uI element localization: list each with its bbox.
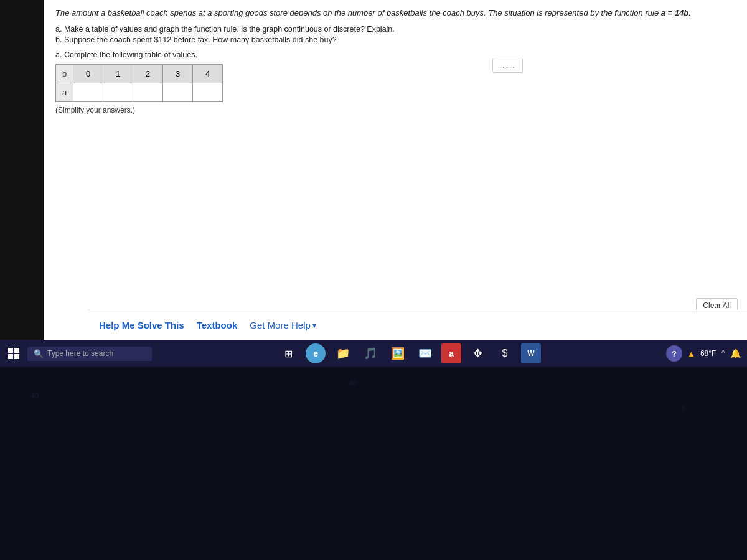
table-header-row: b 0 1 2 3 4 — [56, 65, 223, 83]
input-3[interactable] — [163, 88, 192, 97]
content-area: The amount a basketball coach spends at … — [44, 0, 747, 345]
edge-icon: e — [306, 343, 326, 363]
taskbar-search[interactable]: 🔍 Type here to search — [27, 347, 152, 361]
start-button[interactable] — [0, 340, 27, 367]
input-4[interactable] — [193, 88, 222, 97]
header-3: 3 — [163, 65, 193, 83]
task-view-icon: ⊞ — [284, 348, 293, 360]
taskbar-middle-icons: ⊞ e 📁 🎵 🖼️ ✉️ a ✥ $ W — [152, 342, 666, 365]
a-label-cell: a — [56, 83, 73, 102]
table-label: a. Complete the following table of value… — [55, 50, 736, 59]
header-4: 4 — [193, 65, 223, 83]
input-1[interactable] — [103, 88, 133, 97]
dollar-button[interactable]: $ — [494, 342, 516, 365]
file-explorer-icon: 📁 — [336, 347, 350, 360]
system-tray: ? ▲ 68°F ^ 🔔 — [666, 345, 747, 362]
table-section: a. Complete the following table of value… — [55, 50, 736, 114]
table-values-row: a — [56, 83, 223, 102]
windows-icon — [8, 348, 19, 359]
problem-parts: a. Make a table of values and graph the … — [55, 25, 736, 44]
mail-icon: ✉️ — [418, 347, 432, 360]
problem-container: The amount a basketball coach spends at … — [44, 0, 747, 342]
mail-button[interactable]: ✉️ — [414, 342, 436, 365]
chevron-up-icon[interactable]: ^ — [721, 348, 725, 358]
header-0: 0 — [73, 65, 103, 83]
question-icon: ? — [672, 349, 677, 358]
dark-bottom: 40 40 3 — [0, 367, 747, 560]
value-cell-0[interactable] — [73, 83, 103, 102]
get-more-help-button[interactable]: Get More Help — [250, 320, 316, 330]
notification-icon[interactable]: 🔔 — [730, 348, 741, 358]
value-cell-4[interactable] — [193, 83, 223, 102]
move-icon-button[interactable]: ✥ — [466, 342, 489, 365]
dollar-icon: $ — [502, 348, 508, 359]
part-a-text: a. Make a table of values and graph the … — [55, 25, 736, 34]
textbook-button[interactable]: Textbook — [197, 320, 238, 330]
help-button[interactable]: ? — [666, 345, 682, 362]
word-button[interactable]: W — [521, 343, 541, 363]
input-2[interactable] — [133, 88, 162, 97]
input-0[interactable] — [73, 88, 103, 97]
bg-number: 40 — [349, 380, 356, 387]
values-table: b 0 1 2 3 4 a — [55, 64, 223, 102]
access-icon: a — [449, 348, 454, 358]
edge-button[interactable]: e — [304, 342, 327, 365]
action-bar: Help Me Solve This Textbook Get More Hel… — [88, 310, 747, 340]
photos-icon: 🖼️ — [391, 347, 405, 360]
expand-dots-button[interactable]: ..... — [492, 58, 523, 73]
value-cell-2[interactable] — [133, 83, 163, 102]
access-button[interactable]: a — [441, 343, 461, 363]
media-button[interactable]: 🎵 — [359, 342, 382, 365]
part-b-text: b. Suppose the coach spent $112 before t… — [55, 35, 736, 44]
temperature-display: 68°F — [700, 349, 716, 358]
help-me-solve-button[interactable]: Help Me Solve This — [99, 320, 184, 330]
upload-icon: ▲ — [687, 349, 695, 358]
taskbar: 🔍 Type here to search ⊞ e 📁 🎵 🖼️ ✉️ a — [0, 340, 747, 367]
file-explorer-button[interactable]: 📁 — [332, 342, 354, 365]
media-icon: 🎵 — [364, 347, 377, 360]
left-panel — [0, 0, 44, 345]
task-view-button[interactable]: ⊞ — [277, 342, 299, 365]
simplify-note: (Simplify your answers.) — [55, 106, 736, 114]
bg-number: 40 — [31, 392, 39, 399]
search-text: Type here to search — [47, 349, 113, 358]
value-cell-3[interactable] — [163, 83, 193, 102]
problem-title: The amount a basketball coach spends at … — [55, 7, 736, 19]
search-icon: 🔍 — [34, 349, 44, 358]
bg-number: 3 — [681, 404, 685, 412]
move-icon: ✥ — [473, 347, 482, 360]
value-cell-1[interactable] — [103, 83, 133, 102]
header-2: 2 — [133, 65, 163, 83]
word-icon: W — [527, 349, 534, 358]
header-1: 1 — [103, 65, 133, 83]
b-label-cell: b — [56, 65, 73, 83]
photos-button[interactable]: 🖼️ — [387, 342, 409, 365]
